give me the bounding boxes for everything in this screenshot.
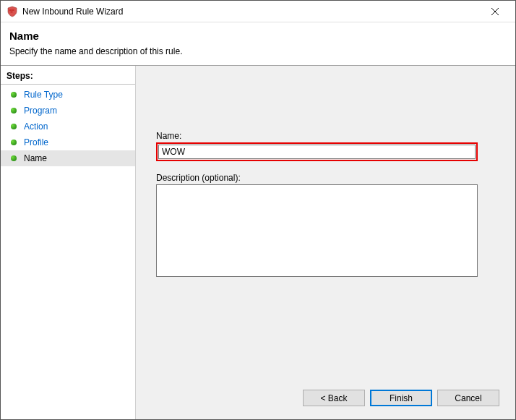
- name-label: Name:: [156, 131, 495, 141]
- wizard-body: Steps: Rule Type Program Action Profile …: [1, 66, 515, 419]
- description-textarea[interactable]: [156, 184, 478, 277]
- wizard-header: Name Specify the name and description of…: [1, 22, 515, 65]
- cancel-button[interactable]: Cancel: [437, 390, 499, 406]
- window-title: New Inbound Rule Wizard: [22, 7, 481, 17]
- page-subtitle: Specify the name and description of this…: [9, 46, 507, 56]
- firewall-icon: [7, 6, 18, 17]
- step-action[interactable]: Action: [1, 119, 135, 134]
- description-label: Description (optional):: [156, 173, 495, 183]
- bullet-icon: [11, 140, 17, 145]
- description-field-group: Description (optional):: [156, 173, 495, 279]
- step-program[interactable]: Program: [1, 103, 135, 119]
- finish-button[interactable]: Finish: [370, 390, 432, 406]
- name-field-group: Name:: [156, 131, 495, 161]
- svg-rect-0: [9, 9, 12, 11]
- page-title: Name: [9, 30, 507, 42]
- wizard-window: New Inbound Rule Wizard Name Specify the…: [0, 0, 516, 420]
- bullet-icon: [11, 124, 17, 129]
- step-rule-type[interactable]: Rule Type: [1, 87, 135, 103]
- main-panel: Name: Description (optional): < Back Fin…: [136, 66, 515, 419]
- steps-sidebar: Steps: Rule Type Program Action Profile …: [1, 66, 136, 419]
- button-bar: < Back Finish Cancel: [303, 390, 499, 406]
- name-input[interactable]: [158, 145, 476, 159]
- step-name[interactable]: Name: [1, 150, 135, 166]
- name-highlight: [156, 142, 478, 161]
- bullet-icon: [11, 155, 17, 161]
- step-label: Profile: [24, 137, 48, 147]
- steps-header: Steps:: [1, 69, 135, 85]
- svg-rect-1: [12, 9, 14, 11]
- titlebar: New Inbound Rule Wizard: [1, 1, 515, 22]
- svg-rect-2: [11, 11, 13, 12]
- step-label: Name: [24, 153, 47, 163]
- step-label: Action: [24, 121, 48, 132]
- step-profile[interactable]: Profile: [1, 134, 135, 150]
- step-label: Program: [24, 106, 57, 116]
- bullet-icon: [11, 108, 17, 113]
- bullet-icon: [11, 92, 17, 98]
- close-button[interactable]: [481, 1, 509, 22]
- close-icon: [491, 8, 499, 15]
- back-button[interactable]: < Back: [303, 390, 365, 406]
- step-label: Rule Type: [24, 90, 63, 100]
